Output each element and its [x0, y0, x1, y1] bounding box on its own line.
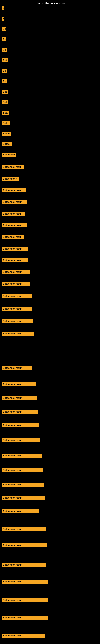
result-badge: Bottleneck result: [1, 454, 42, 458]
result-badge: Bottleneck result: [1, 482, 44, 486]
result-item: Bottle: [1, 132, 11, 136]
result-item: Bottleneck result: [1, 482, 44, 488]
result-item: Bottleneck resu: [1, 165, 24, 170]
result-item: Bottl: [1, 121, 10, 126]
result-badge: Bottleneck result: [1, 438, 40, 442]
result-badge: Bottleneck result: [1, 580, 48, 584]
result-item: Bottleneck result: [1, 410, 38, 414]
result-item: Bottleneck result: [1, 294, 32, 299]
result-badge: Bottleneck result: [1, 496, 45, 500]
result-item: Bottleneck result: [1, 200, 27, 205]
result-item: Bottleneck result: [1, 527, 46, 532]
result-item: Bottleneck result: [1, 224, 27, 228]
result-badge: Bottleneck result: [1, 366, 32, 370]
result-item: Bottleneck r: [1, 177, 19, 182]
result-badge: Bo: [1, 38, 6, 42]
result-badge: Bottleneck result: [1, 282, 30, 286]
result-item: Bottleneck result: [1, 563, 46, 568]
result-item: Bo: [1, 38, 6, 42]
result-badge: Bottleneck result: [1, 382, 36, 386]
result-item: Bottleneck result: [1, 396, 37, 401]
result-item: Bottleneck result: [1, 282, 30, 286]
result-item: B: [1, 6, 4, 11]
result-item: Bott: [1, 100, 8, 105]
result-badge: Bottleneck result: [1, 598, 48, 602]
result-badge: Bottleneck result: [1, 224, 27, 228]
result-badge: Bottleneck result: [1, 200, 27, 204]
result-badge: B: [1, 16, 4, 20]
result-badge: Bottleneck result: [1, 307, 32, 311]
result-item: Bottleneck result: [1, 634, 45, 638]
result-item: Bottleneck result: [1, 382, 36, 387]
result-item: Bottleneck result: [1, 496, 45, 501]
result-badge: Bott: [1, 100, 8, 104]
result-badge: Bottleneck result: [1, 410, 38, 414]
result-badge: Bottleneck r: [1, 177, 19, 181]
result-item: Bottleneck resu: [1, 235, 24, 240]
result-badge: Bo: [1, 27, 6, 31]
result-item: Bottleneck result: [1, 424, 39, 428]
result-item: Bottleneck result: [1, 258, 28, 263]
result-item: Bo: [1, 27, 6, 32]
result-item: Bottleneck result: [1, 319, 33, 324]
result-badge: Bottleneck result: [1, 294, 32, 298]
result-item: Bottleneck result: [1, 438, 40, 443]
result-item: Bottleneck result: [1, 580, 48, 584]
result-item: Bottleneck resul: [1, 212, 25, 216]
result-badge: Bottle: [1, 132, 11, 136]
result-item: Bottleneck result: [1, 332, 34, 336]
result-badge: Bottleneck resu: [1, 235, 24, 239]
result-item: Bottleneck result: [1, 307, 32, 312]
result-badge: Bottleneck result: [1, 258, 28, 262]
site-title: TheBottlenecker.com: [0, 0, 100, 7]
result-item: Bottleneck result: [1, 616, 48, 620]
result-badge: Bottleneck result: [1, 396, 37, 400]
result-item: Bottleneck: [1, 152, 16, 158]
result-item: Bottleneck result: [1, 468, 43, 473]
result-badge: Bo: [1, 69, 7, 73]
result-item: Bottleneck result: [1, 366, 32, 371]
result-badge: Bo: [1, 79, 7, 83]
result-badge: Bottleneck resul: [1, 212, 25, 216]
result-badge: Bottleneck resu: [1, 165, 24, 169]
result-item: B: [1, 16, 4, 21]
result-item: Bottleneck result: [1, 247, 28, 252]
result-item: Bottleneck result: [1, 598, 48, 603]
result-item: Bottleneck result: [1, 509, 39, 514]
result-badge: Bottleneck result: [1, 188, 26, 192]
result-badge: Bottleneck result: [1, 527, 46, 531]
result-badge: Bottleneck result: [1, 247, 28, 251]
result-badge: Bottleneck result: [1, 319, 33, 323]
result-badge: Bottleneck result: [1, 634, 45, 638]
result-badge: B: [1, 6, 4, 10]
result-badge: Bot: [1, 58, 8, 62]
result-item: Bottleneck result: [1, 188, 26, 193]
result-badge: Bottleneck result: [1, 616, 48, 620]
result-item: Bo: [1, 79, 7, 84]
result-badge: Bottleneck result: [1, 544, 47, 548]
result-badge: Bottleneck result: [1, 468, 43, 472]
result-badge: Bottleneck result: [1, 563, 46, 567]
result-item: Bo: [1, 48, 7, 53]
result-badge: Bottleneck result: [1, 424, 39, 428]
result-badge: Bott: [1, 111, 9, 115]
result-item: Bot: [1, 90, 8, 94]
result-item: Bottleneck result: [1, 544, 47, 548]
result-item: Bottleneck result: [1, 270, 30, 275]
result-item: Bo: [1, 69, 7, 74]
result-badge: Bot: [1, 90, 8, 94]
result-badge: Bo: [1, 48, 7, 52]
result-badge: Bottl: [1, 121, 10, 125]
result-item: Bot: [1, 58, 8, 63]
result-item: Bott: [1, 111, 9, 116]
result-item: Bottle: [1, 142, 12, 147]
result-badge: Bottleneck: [1, 152, 16, 156]
result-badge: Bottle: [1, 142, 12, 146]
result-badge: Bottleneck result: [1, 332, 34, 336]
result-badge: Bottleneck result: [1, 270, 30, 274]
result-badge: Bottleneck result: [1, 509, 39, 514]
result-item: Bottleneck result: [1, 454, 42, 458]
